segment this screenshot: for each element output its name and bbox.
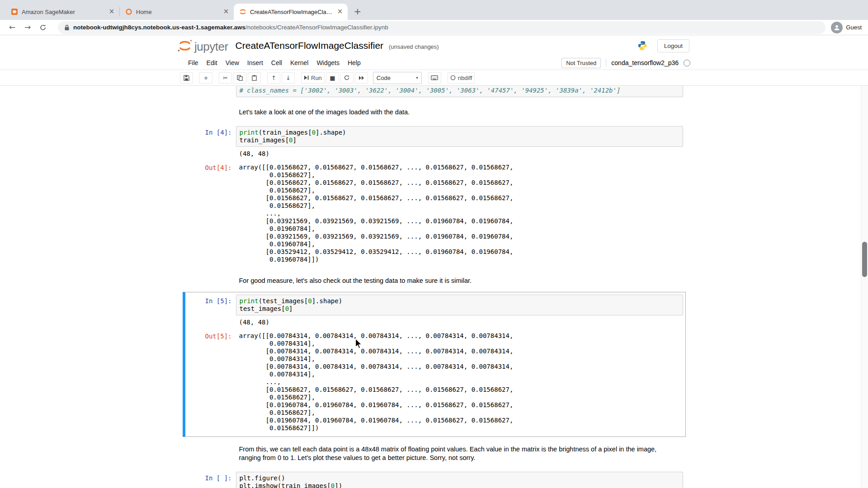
sagemaker-favicon-icon <box>11 8 18 15</box>
menu-cell[interactable]: Cell <box>267 57 286 69</box>
input-prompt: In [5]: <box>188 295 236 305</box>
tab-home[interactable]: Home × <box>120 4 234 20</box>
move-up-button[interactable]: ↑ <box>267 72 280 84</box>
menu-widgets[interactable]: Widgets <box>312 57 344 69</box>
save-button[interactable] <box>180 72 193 84</box>
add-cell-button[interactable]: + <box>199 72 212 84</box>
close-icon[interactable]: × <box>108 8 116 16</box>
copy-icon <box>237 75 243 81</box>
notebook-scroll-area: # class_names = ['3002', '3003', '3622',… <box>0 86 868 488</box>
guest-label: Guest <box>846 24 862 31</box>
interrupt-kernel-button[interactable]: ■ <box>326 72 339 84</box>
reload-icon[interactable] <box>37 22 49 33</box>
browser-tab-bar: Amazon SageMaker × Home × CreateATensorF… <box>0 0 868 20</box>
checkpoint-status: (unsaved changes) <box>389 43 439 50</box>
cell-type-select[interactable]: Code ▾ <box>373 72 422 84</box>
markdown-text: Let's take a look at one of the images l… <box>236 105 683 119</box>
jupyter-favicon-icon <box>239 8 246 15</box>
tab-title: Amazon SageMaker <box>22 9 104 15</box>
url-text: notebook-udtwigjh8cys.notebook.us-east-1… <box>73 24 388 31</box>
guest-avatar-icon <box>831 22 843 33</box>
nbdiff-button[interactable]: nbdiff <box>448 72 475 84</box>
markdown-cell[interactable]: Let's take a look at one of the images l… <box>183 103 686 122</box>
run-button[interactable]: Run <box>301 72 325 84</box>
markdown-cell[interactable]: For good measure, let's also check out t… <box>183 271 686 291</box>
scrollbar-thumb[interactable] <box>862 242 867 277</box>
browser-profile-chip[interactable]: Guest <box>831 22 862 33</box>
nbdiff-label: nbdiff <box>458 75 472 81</box>
code-editor[interactable]: # class_names = ['3002', '3003', '3622',… <box>236 86 683 97</box>
notebook-title[interactable]: CreateATensorFlowImageClassifier <box>236 40 384 51</box>
tab-notebook-active[interactable]: CreateATensorFlowImageClassifier × <box>234 4 348 20</box>
markdown-cell[interactable]: From this, we can tell each data point i… <box>183 440 686 468</box>
menu-insert[interactable]: Insert <box>243 57 267 69</box>
jupyter-planet-icon <box>177 39 193 52</box>
trust-status-button[interactable]: Not Trusted <box>561 58 601 68</box>
notebook-menubar: File Edit View Insert Cell Kernel Widget… <box>0 56 868 70</box>
markdown-text: From this, we can tell each data point i… <box>236 442 683 465</box>
address-input[interactable]: notebook-udtwigjh8cys.notebook.us-east-1… <box>58 21 826 34</box>
menu-kernel[interactable]: Kernel <box>286 57 312 69</box>
keyboard-icon <box>431 75 438 80</box>
python-logo-icon <box>637 41 647 51</box>
separator <box>606 59 606 67</box>
fast-forward-icon <box>359 75 364 80</box>
code-cell[interactable]: In [ ]:plt.figure() plt.imshow(train_ima… <box>183 469 686 488</box>
kernel-name: conda_tensorflow2_p36 <box>611 59 679 66</box>
jupyter-wordmark: jupyter <box>194 41 228 52</box>
code-cell[interactable]: # class_names = ['3002', '3003', '3622',… <box>183 86 686 100</box>
menu-edit[interactable]: Edit <box>203 57 222 69</box>
new-tab-button[interactable]: + <box>351 5 364 18</box>
paste-cell-button[interactable] <box>248 72 261 84</box>
code-editor[interactable]: print(train_images[0].shape) train_image… <box>236 126 683 147</box>
jupyter-logo[interactable]: jupyter <box>177 39 228 52</box>
cell-prompt <box>188 316 236 319</box>
tab-amazon-sagemaker[interactable]: Amazon SageMaker × <box>5 4 119 20</box>
cell-type-value: Code <box>377 75 391 81</box>
jupyter-header: jupyter CreateATensorFlowImageClassifier… <box>0 35 868 56</box>
run-icon <box>304 75 309 80</box>
kernel-idle-icon <box>684 60 690 66</box>
markdown-text: For good measure, let's also check out t… <box>236 274 683 288</box>
cell-prompt <box>188 274 236 277</box>
menu-help[interactable]: Help <box>344 57 365 69</box>
paste-icon <box>251 75 257 81</box>
output-prompt: Out[4]: <box>188 161 236 172</box>
code-cell[interactable]: In [5]:print(test_images[0].shape) test_… <box>183 292 686 437</box>
cell-prompt <box>188 148 236 150</box>
stream-output: (48, 48) <box>236 316 683 328</box>
command-palette-button[interactable] <box>428 72 441 84</box>
execute-result-output: array([[0.01568627, 0.01568627, 0.015686… <box>236 161 683 266</box>
chevron-down-icon: ▾ <box>416 75 418 80</box>
lock-icon <box>64 24 70 31</box>
notebook-toolbar: + ✂ ↑ ↓ Run ■ Code ▾ nbdiff <box>0 70 868 86</box>
code-editor[interactable]: plt.figure() plt.imshow(train_images[0])… <box>236 472 683 488</box>
input-prompt: In [ ]: <box>188 472 236 482</box>
restart-icon <box>344 75 350 81</box>
back-icon[interactable]: ← <box>6 22 18 33</box>
scrollbar-track[interactable] <box>861 86 868 488</box>
code-cell[interactable]: In [4]:print(train_images[0].shape) trai… <box>183 123 686 268</box>
browser-url-bar: ← → notebook-udtwigjh8cys.notebook.us-ea… <box>0 20 868 35</box>
close-icon[interactable]: × <box>336 8 344 16</box>
menu-view[interactable]: View <box>222 57 243 69</box>
nbdiff-icon <box>450 75 456 80</box>
menu-file[interactable]: File <box>184 57 203 69</box>
cell-prompt <box>188 105 236 108</box>
logout-button[interactable]: Logout <box>657 39 689 52</box>
notebook: # class_names = ['3002', '3003', '3622',… <box>183 86 686 488</box>
execute-result-output: array([[0.00784314, 0.00784314, 0.007843… <box>236 330 683 434</box>
code-editor[interactable]: print(test_images[0].shape) test_images[… <box>236 295 683 315</box>
cut-cell-button[interactable]: ✂ <box>219 72 232 84</box>
stream-output: (48, 48) <box>236 148 683 160</box>
forward-icon[interactable]: → <box>22 22 33 33</box>
save-icon <box>184 75 189 81</box>
restart-kernel-button[interactable] <box>340 72 354 84</box>
move-down-button[interactable]: ↓ <box>282 72 295 84</box>
input-prompt: In [4]: <box>188 126 236 136</box>
copy-cell-button[interactable] <box>233 72 246 84</box>
restart-run-all-button[interactable] <box>355 72 368 84</box>
close-icon[interactable]: × <box>222 8 230 16</box>
output-prompt: Out[5]: <box>188 330 236 340</box>
tab-separator <box>119 7 120 16</box>
